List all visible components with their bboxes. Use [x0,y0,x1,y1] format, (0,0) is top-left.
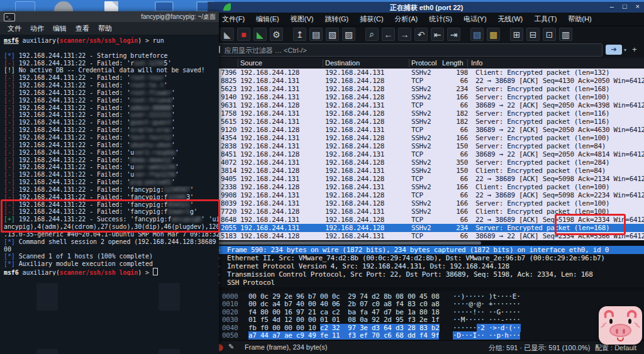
restart-capture-icon[interactable]: ◣ [253,28,267,41]
packet-row[interactable]: 7396192.168.244.128192.168.244.131SSHv21… [208,69,644,77]
terminal-text: run [153,37,164,44]
detail-row[interactable]: ▸Ethernet II, Src: VMware_74:d2:8b (00:0… [208,254,644,262]
wireshark-menu-item[interactable]: 工具(T) [534,14,557,24]
capture-comment-icon[interactable]: ✎ [228,343,234,351]
wireshark-menu-item[interactable]: 无线(W) [498,14,523,24]
packet-row[interactable]: 4072192.168.244.131192.168.244.128SSHv23… [208,158,644,167]
packet-row[interactable]: 9120192.168.244.128192.168.244.131TCP663… [208,126,644,134]
packet-cell: 192.168.244.131 [325,183,384,191]
packet-row[interactable]: 5615192.168.244.131192.168.244.128SSHv21… [208,118,644,126]
terminal-text: ' [171,134,175,141]
wireshark-menu-item[interactable]: 捕获(C) [360,14,383,24]
terminal-menu-item[interactable]: 帮助 [98,24,112,33]
packet-cell: 192.168.244.128 [325,77,384,85]
terminal-text: 192.168.244.131:22 - Failed: ' [15,179,131,185]
status-profile[interactable]: 配置 : Default [595,343,636,353]
packet-cell: 192.168.244.128 [240,126,299,134]
desktop-file-icon[interactable] [104,1,118,11]
terminal-text: [-] [4,186,15,193]
terminal-text: 192.168.244.131:22 - Failed: ' [15,74,131,81]
packet-row[interactable]: 8825192.168.244.131192.168.244.128TCP662… [208,77,644,85]
terminal-line: [!] No active DB -- Credential data will… [4,67,219,74]
wireshark-menu-item[interactable]: 电话(Y) [464,14,487,24]
packet-row[interactable]: 8039192.168.244.131192.168.244.128SSHv21… [208,199,644,207]
column-header-length[interactable]: Length [442,59,464,67]
packet-row[interactable]: 9908192.168.244.131192.168.244.128TCP662… [208,191,644,199]
hex-plain: 00 0c 29 2e 96 b7 00 0c 29 74 d2 8b 08 0… [248,292,439,301]
detail-row[interactable]: ▸Transmission Control Protocol, Src Port… [208,270,644,279]
wireshark-titlebar[interactable]: 正在捕获 eth0 (port 22) – □ × [208,2,644,13]
packet-row[interactable]: 2338192.168.244.128192.168.244.131SSHv21… [208,183,644,191]
wireshark-menu-item[interactable]: 编辑(E) [256,14,279,24]
zoom-in-icon[interactable]: ⊞ [510,28,523,41]
packet-row[interactable]: 1758192.168.244.131192.168.244.128SSHv21… [208,109,644,118]
packet-row[interactable]: 2838192.168.244.131192.168.244.128SSHv21… [208,142,644,150]
desktop-app-icon[interactable] [54,1,73,11]
packet-cell: 66 [424,175,468,183]
go-first-icon[interactable]: ⇤ [431,28,444,41]
column-header-protocol[interactable]: Protocol [411,59,436,67]
packet-row[interactable]: 9405192.168.244.131192.168.244.128TCP662… [208,175,644,183]
add-filter-button[interactable]: + [632,45,637,54]
packet-list-hscrollbar[interactable] [208,240,644,246]
save-capture-file-icon[interactable]: ▤ [309,28,323,41]
column-header-destination[interactable]: Destination [325,59,360,67]
column-header-info[interactable]: Info [471,59,482,67]
go-last-icon[interactable]: ⇥ [447,28,460,41]
packet-row[interactable]: 3814192.168.244.128192.168.244.131SSHv21… [208,167,644,175]
filter-dropdown-caret[interactable]: ▾ [624,47,626,53]
scrollbar-handle[interactable] [211,241,481,245]
packet-row[interactable]: 9140192.168.244.131192.168.244.128SSHv21… [208,93,644,101]
terminal-menu-item[interactable]: 编辑 [53,24,67,33]
find-packet-icon[interactable]: ⌕ [365,28,379,41]
wireshark-menu-item[interactable]: 视图(V) [291,14,314,24]
hex-selected: c2 32 97 3e d3 64 d3 28 83 b2 [320,324,440,332]
capture-options-icon[interactable]: ⚙ [270,28,283,41]
hex-row[interactable]: 0050a7 44 a7 ae c9 49 fe 11 f3 ef 70 c6 … [208,332,644,340]
zoom-100-icon[interactable]: ⊡ [543,28,556,41]
packet-row[interactable]: 9631192.168.244.128192.168.244.131TCP663… [208,101,644,109]
desktop-window-icon[interactable] [155,1,174,12]
wireshark-menu-item[interactable]: 文件(F) [222,14,245,24]
packet-row[interactable]: 4354192.168.244.131192.168.244.128SSHv21… [208,134,644,142]
display-filter-input[interactable]: 应用显示过滤器 … <Ctrl-/> [211,43,602,57]
close-button[interactable]: × [636,3,640,10]
wireshark-menu-item[interactable]: 帮助(H) [568,14,591,24]
detail-row[interactable]: ▸SSH Protocol [208,279,644,287]
auto-scroll-icon[interactable]: ▤ [470,28,484,41]
detail-row[interactable]: ▸Frame 590: 234 bytes on wire (1872 bits… [208,246,644,254]
go-to-packet-icon[interactable]: ↶ [414,28,428,41]
stop-capture-icon[interactable]: ■ [237,28,250,41]
zoom-out-icon[interactable]: ⊟ [526,28,540,41]
wireshark-menu-item[interactable]: 分析(A) [395,14,418,24]
go-forward-icon[interactable]: → [398,28,411,41]
apply-filter-button[interactable]: ➔ [606,45,622,55]
terminal-text: 192.168.244.131:22 - Failed: ' [15,97,131,104]
go-back-icon[interactable]: ← [382,28,395,41]
wireshark-menu-item[interactable]: 跳转(G) [325,14,348,24]
terminal-menu-item[interactable]: 动作 [30,24,44,33]
detail-row[interactable]: ▸Internet Protocol Version 4, Src: 192.1… [208,262,644,270]
resize-columns-icon[interactable]: ▥ [559,28,572,41]
start-capture-icon[interactable]: ◣ [221,28,234,41]
terminal-text: ' [171,157,175,163]
reload-capture-icon[interactable]: ▨ [342,28,355,41]
packet-cell: 192.168.244.128 [240,150,299,158]
terminal-menu-item[interactable]: 查看 [75,24,89,33]
terminal-body[interactable]: : msf6 auxiliary(scanner/ssh/ssh_login) … [0,35,219,354]
terminal-menu-item[interactable]: 文件 [8,24,21,33]
terminal-titlebar[interactable]: >_ fancypig@fancypig: ~/桌面 [0,11,219,22]
maximize-button[interactable]: □ [623,3,627,10]
packet-row[interactable]: 5623192.168.244.131192.168.244.128SSHv22… [208,85,644,93]
wireshark-menu-item[interactable]: 统计(S) [429,14,452,24]
close-capture-file-icon[interactable]: ▧ [326,28,339,41]
packet-cell: 166 [424,183,468,191]
minimize-button[interactable]: – [610,3,614,10]
colorize-packets-icon[interactable]: ▦ [487,28,500,41]
open-capture-file-icon[interactable]: ↥ [293,28,306,41]
terminal-text: test:test12 [130,134,171,141]
packet-row[interactable]: 8451192.168.244.128192.168.244.131TCP663… [208,150,644,158]
desktop-folder-icon[interactable] [15,1,35,11]
column-header-source[interactable]: Source [240,59,262,67]
terminal-text: 192.168.244.131:22 - Failed: ' [15,89,131,96]
